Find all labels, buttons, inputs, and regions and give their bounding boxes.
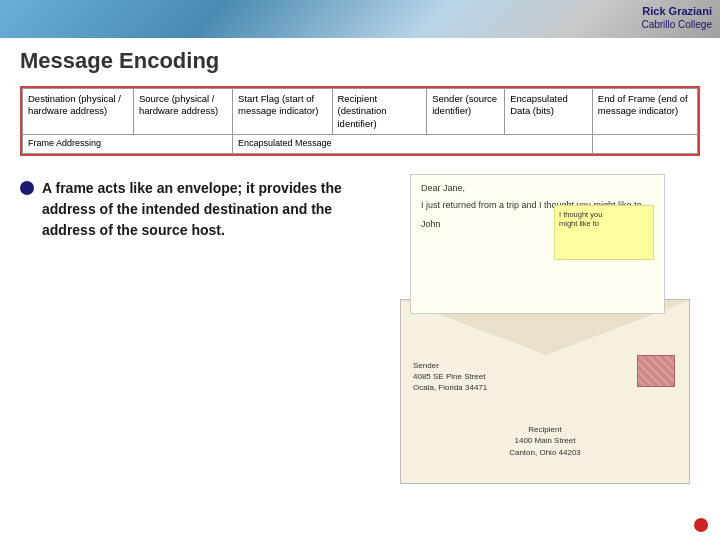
header-logo: Rick Graziani Cabrillo College <box>641 4 712 31</box>
left-text: A frame acts like an envelope; it provid… <box>20 174 380 241</box>
col-recipient: Recipient (destination identifier) <box>332 89 427 135</box>
label-frame-addressing: Frame Addressing <box>23 135 233 154</box>
main-content: Message Encoding Destination (physical /… <box>0 38 720 494</box>
sender-line2: Ocala, Florida 34471 <box>413 382 487 393</box>
recipient-address: Recipient 1400 Main Street Canton, Ohio … <box>509 424 581 458</box>
bullet-dot-icon <box>20 181 34 195</box>
sender-line1: 4085 SE Pine Street <box>413 371 487 382</box>
col-encapsulated: Encapsulated Data (bits) <box>505 89 593 135</box>
col-destination: Destination (physical / hardware address… <box>23 89 134 135</box>
frame-label-row: Frame Addressing Encapsulated Message <box>23 135 698 154</box>
stamp-area <box>637 355 675 387</box>
letter-part: Dear Jane, I just returned from a trip a… <box>410 174 665 314</box>
content-section: A frame acts like an envelope; it provid… <box>20 174 700 484</box>
envelope-illustration: Dear Jane, I just returned from a trip a… <box>400 174 700 484</box>
bullet-point: A frame acts like an envelope; it provid… <box>20 178 380 241</box>
page-title: Message Encoding <box>20 48 700 74</box>
yellow-note-line1: I thought you <box>559 210 649 219</box>
col-sender: Sender (source identifier) <box>427 89 505 135</box>
col-source: Source (physical / hardware address) <box>133 89 232 135</box>
recipient-line1: 1400 Main Street <box>509 435 581 446</box>
col-start-flag: Start Flag (start of message indicator) <box>233 89 332 135</box>
recipient-label: Recipient <box>509 424 581 435</box>
label-empty <box>592 135 697 154</box>
recipient-line2: Canton, Ohio 44203 <box>509 447 581 458</box>
col-end-frame: End of Frame (end of message indicator) <box>592 89 697 135</box>
frame-header-row: Destination (physical / hardware address… <box>23 89 698 135</box>
author-name: Rick Graziani <box>641 4 712 18</box>
frame-table-wrapper: Destination (physical / hardware address… <box>20 86 700 156</box>
red-dot-indicator <box>694 518 708 532</box>
frame-table: Destination (physical / hardware address… <box>22 88 698 154</box>
author-school: Cabrillo College <box>641 18 712 31</box>
letter-dear: Dear Jane, <box>421 183 654 193</box>
sender-label: Sender <box>413 360 487 371</box>
label-encapsulated-message: Encapsulated Message <box>233 135 593 154</box>
bullet-text: A frame acts like an envelope; it provid… <box>42 178 380 241</box>
yellow-note-line2: might like to <box>559 219 649 228</box>
header-banner: Rick Graziani Cabrillo College <box>0 0 720 38</box>
envelope-part: Sender 4085 SE Pine Street Ocala, Florid… <box>400 299 690 484</box>
sender-address: Sender 4085 SE Pine Street Ocala, Florid… <box>413 360 487 394</box>
yellow-note: I thought you might like to <box>554 205 654 260</box>
